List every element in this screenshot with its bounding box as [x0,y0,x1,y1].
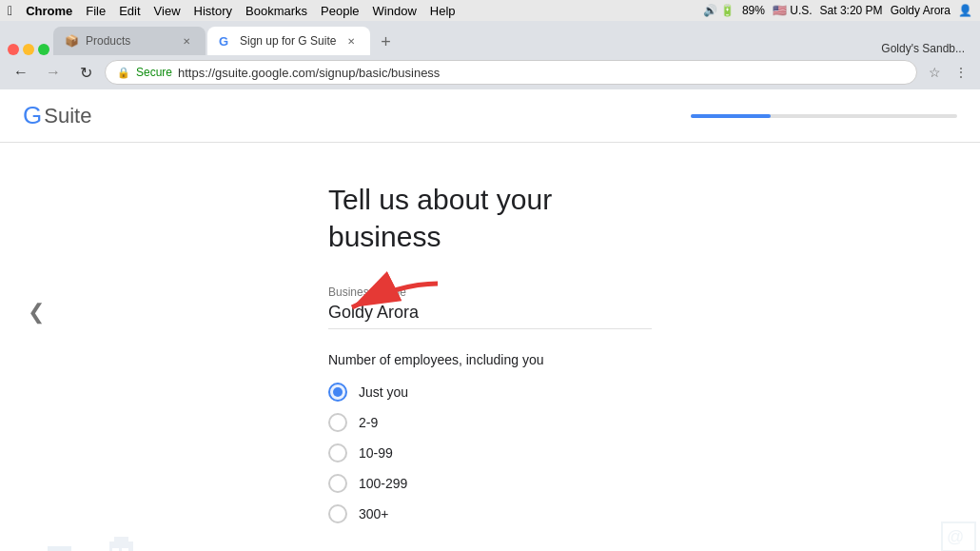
gsuite-logo: G Suite [23,101,91,130]
employee-count-radio-group: Just you 2-9 10-99 100-299 [328,383,652,523]
svg-text:@: @ [947,527,964,546]
svg-rect-3 [48,546,71,551]
radio-circle-just-you [328,383,347,402]
secure-label: Secure [136,66,172,79]
radio-300plus[interactable]: 300+ [328,504,652,523]
progress-bar-fill [691,114,771,118]
business-name-group: Business name Goldy Arora [328,285,652,329]
clock: Sat 3:20 PM [820,4,883,17]
profile-name[interactable]: Goldy's Sandb... [881,42,965,55]
browser-chrome: 📦 Products ✕ G Sign up for G Suite ✕ + G… [0,21,980,89]
radio-100-299[interactable]: 100-299 [328,474,652,493]
people-menu[interactable]: People [321,4,359,18]
back-button[interactable]: ← [8,59,34,86]
gsuite-logo-suite: Suite [44,104,91,128]
more-button[interactable]: ⋮ [950,61,972,84]
apple-menu[interactable]:  [8,3,12,18]
radio-label-300plus: 300+ [359,506,389,521]
history-menu[interactable]: History [194,4,232,18]
forward-button[interactable]: → [40,59,67,86]
tab-close-gsuite[interactable]: ✕ [343,33,359,49]
svg-rect-9 [114,537,128,541]
tab-products[interactable]: 📦 Products ✕ [53,27,206,55]
city-left-svg [0,508,304,551]
page-content: G Suite ❮ Tell us about your business Bu… [0,89,980,551]
tab-favicon-gsuite: G [219,34,232,48]
form-container: Tell us about your business Business nam… [328,181,652,551]
radio-label-10-99: 10-99 [359,445,393,461]
gsuite-logo-g: G [23,101,42,130]
main-content: ❮ Tell us about your business Business n… [0,143,980,551]
radio-10-99[interactable]: 10-99 [328,443,652,462]
tab-favicon-products: 📦 [65,34,78,48]
close-window-button[interactable] [8,44,19,55]
file-menu[interactable]: File [86,4,106,18]
new-tab-button[interactable]: + [372,29,399,55]
radio-2-9[interactable]: 2-9 [328,413,652,432]
maximize-window-button[interactable] [38,44,49,55]
url-text: https://gsuite.google.com/signup/basic/b… [178,66,905,80]
business-name-value[interactable]: Goldy Arora [328,303,652,329]
svg-rect-10 [109,541,133,551]
radio-circle-10-99 [328,443,347,462]
radio-circle-2-9 [328,413,347,432]
tab-close-products[interactable]: ✕ [179,33,194,49]
tab-gsuite[interactable]: G Sign up for G Suite ✕ [207,27,370,55]
flag-icon: 🇺🇸 U.S. [773,4,813,17]
svg-rect-33 [942,522,975,551]
window-controls [8,44,49,55]
minimize-window-button[interactable] [23,44,34,55]
radio-label-just-you: Just you [359,384,408,400]
page-title: Tell us about your business [328,181,652,255]
address-bar-actions: ☆ ⋮ [923,61,972,84]
tab-title-gsuite: Sign up for G Suite [240,34,336,48]
city-right-svg: @ [676,508,980,551]
address-bar[interactable]: 🔒 Secure https://gsuite.google.com/signu… [105,60,917,85]
refresh-button[interactable]: ↻ [72,59,99,86]
radio-just-you[interactable]: Just you [328,383,652,402]
bookmark-button[interactable]: ☆ [923,61,946,84]
chrome-menu[interactable]: Chrome [26,4,72,18]
bookmarks-menu[interactable]: Bookmarks [245,4,307,18]
employees-group: Number of employees, including you Just … [328,352,652,523]
tab-title-products: Products [86,34,171,48]
battery-level: 89% [742,4,765,17]
progress-bar-container [691,114,957,118]
gsuite-header: G Suite [0,89,980,143]
status-icons: 🔊 🔋 [703,4,735,17]
user-name[interactable]: Goldy Arora [891,4,951,17]
help-menu[interactable]: Help [430,4,456,18]
tab-list: 📦 Products ✕ G Sign up for G Suite ✕ + [53,27,509,55]
menu-bar:  Chrome File Edit View History Bookmark… [0,0,980,21]
secure-icon: 🔒 [117,67,130,79]
back-nav-button[interactable]: ❮ [19,295,53,329]
radio-label-100-299: 100-299 [359,476,407,491]
business-name-label: Business name [328,285,652,299]
address-bar-row: ← → ↻ 🔒 Secure https://gsuite.google.com… [0,55,980,89]
radio-circle-100-299 [328,474,347,493]
user-avatar[interactable]: 👤 [958,4,972,17]
view-menu[interactable]: View [154,4,181,18]
radio-label-2-9: 2-9 [359,415,378,430]
edit-menu[interactable]: Edit [119,4,140,18]
radio-circle-300plus [328,504,347,523]
tab-bar: 📦 Products ✕ G Sign up for G Suite ✕ + G… [0,21,980,55]
window-menu[interactable]: Window [373,4,417,18]
employees-label: Number of employees, including you [328,352,652,367]
